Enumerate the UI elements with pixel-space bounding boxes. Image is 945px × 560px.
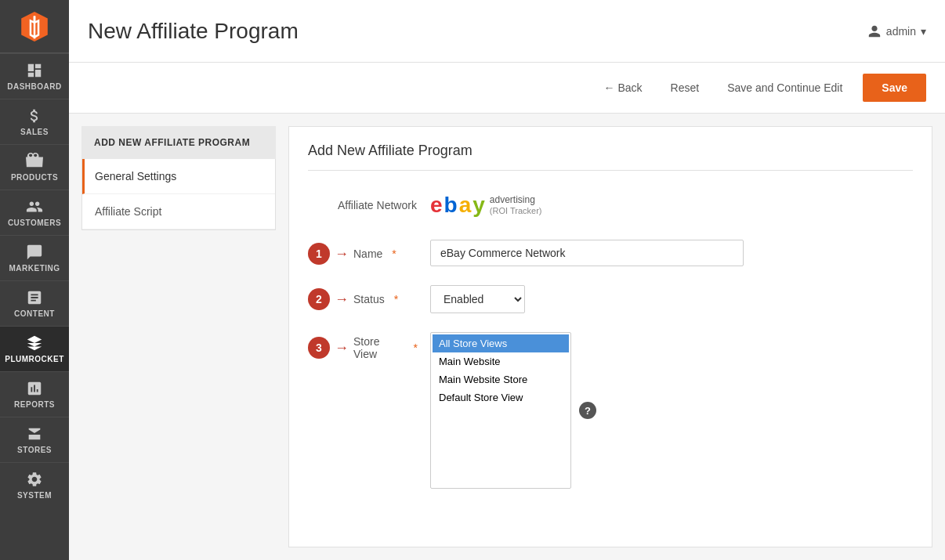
step-1-arrow: → — [335, 246, 349, 262]
network-row: Affiliate Network e b a y advertising (R… — [308, 190, 913, 221]
store-view-control: All Store Views Main Website Main Websit… — [430, 332, 913, 489]
status-row: 2 → Status * Enabled Disabled — [308, 285, 913, 313]
store-view-label-group: 3 → Store View * — [308, 332, 418, 360]
panel-nav: General Settings Affiliate Script — [81, 159, 276, 230]
ebay-b: b — [444, 193, 458, 218]
sidebar-item-label: SYSTEM — [17, 491, 52, 500]
name-required: * — [392, 247, 396, 260]
user-menu[interactable]: admin ▾ — [867, 24, 926, 38]
sidebar-item-label: REPORTS — [14, 400, 55, 409]
sidebar-item-label: PLUMROCKET — [5, 355, 64, 363]
store-view-label: Store View — [353, 335, 404, 360]
customers-icon — [26, 198, 43, 215]
name-input[interactable] — [430, 240, 744, 266]
store-view-select[interactable]: All Store Views Main Website Main Websit… — [430, 332, 571, 489]
section-title: Add New Affiliate Program — [308, 143, 913, 171]
sidebar-item-label: SALES — [20, 128, 49, 136]
name-label-group: 1 → Name * — [308, 240, 418, 265]
status-label-group: 2 → Status * — [308, 285, 418, 310]
back-button[interactable]: ← Back — [596, 77, 650, 99]
reports-icon — [26, 380, 43, 397]
system-icon — [26, 471, 43, 488]
panel-header: ADD NEW AFFILIATE PROGRAM — [81, 126, 276, 159]
sidebar-item-dashboard[interactable]: DASHBOARD — [0, 53, 69, 99]
dashboard-icon — [26, 62, 43, 79]
ebay-e: e — [430, 193, 443, 218]
sidebar-item-label: CONTENT — [14, 309, 55, 318]
sales-icon — [26, 107, 43, 125]
nav-item-general[interactable]: General Settings — [82, 159, 275, 194]
status-label: Status — [353, 293, 385, 305]
user-label: admin — [886, 25, 916, 38]
save-button[interactable]: Save — [863, 74, 926, 102]
sidebar-item-marketing[interactable]: MARKETING — [0, 235, 69, 280]
chevron-down-icon: ▾ — [921, 25, 926, 38]
status-select[interactable]: Enabled Disabled — [430, 285, 525, 313]
content-icon — [26, 289, 43, 306]
step-3-arrow: → — [335, 340, 349, 356]
status-required: * — [394, 293, 398, 305]
ebay-advertising: advertising (ROI Tracker) — [490, 194, 542, 216]
page-title: New Affiliate Program — [88, 19, 299, 44]
magento-logo-icon — [18, 10, 51, 43]
sidebar-logo — [0, 0, 69, 53]
step-2-badge: 2 — [308, 288, 330, 310]
store-view-required: * — [414, 341, 418, 354]
marketing-icon — [26, 244, 43, 261]
back-arrow-icon: ← — [603, 81, 614, 94]
sidebar-item-plumrocket[interactable]: PLUMROCKET — [0, 326, 69, 371]
sidebar: DASHBOARD SALES PRODUCTS CUSTOMERS MARKE… — [0, 0, 69, 560]
action-bar: ← Back Reset Save and Continue Edit Save — [69, 63, 945, 114]
products-icon — [26, 153, 43, 170]
step-3-badge: 3 — [308, 337, 330, 359]
main-content: New Affiliate Program admin ▾ ← Back Res… — [69, 0, 945, 560]
sidebar-item-system[interactable]: SYSTEM — [0, 462, 69, 508]
user-icon — [867, 24, 882, 38]
store-view-row: 3 → Store View * All Store Views Main We… — [308, 332, 913, 489]
content-area: ADD NEW AFFILIATE PROGRAM General Settin… — [69, 114, 945, 560]
ebay-a: a — [459, 193, 472, 218]
save-continue-button[interactable]: Save and Continue Edit — [719, 77, 850, 99]
sidebar-item-sales[interactable]: SALES — [0, 99, 69, 144]
sidebar-item-products[interactable]: PRODUCTS — [0, 144, 69, 190]
ebay-y: y — [472, 193, 485, 218]
network-logo: e b a y advertising (ROI Tracker) — [430, 190, 541, 221]
sidebar-item-label: CUSTOMERS — [8, 219, 61, 227]
network-label: Affiliate Network — [308, 199, 418, 211]
stores-icon — [26, 425, 43, 443]
name-control — [430, 240, 913, 266]
sidebar-item-reports[interactable]: REPORTS — [0, 371, 69, 417]
sidebar-item-label: PRODUCTS — [11, 173, 58, 182]
sidebar-item-label: STORES — [17, 446, 52, 454]
sidebar-item-label: MARKETING — [9, 264, 60, 273]
right-panel: Add New Affiliate Program Affiliate Netw… — [288, 126, 932, 547]
name-label: Name — [353, 247, 382, 260]
reset-button[interactable]: Reset — [663, 77, 708, 99]
page-header: New Affiliate Program admin ▾ — [69, 0, 945, 63]
sidebar-item-customers[interactable]: CUSTOMERS — [0, 190, 69, 235]
plumrocket-icon — [26, 334, 43, 352]
sidebar-item-label: DASHBOARD — [7, 82, 62, 91]
nav-item-script[interactable]: Affiliate Script — [82, 194, 275, 229]
step-1-badge: 1 — [308, 243, 330, 265]
sidebar-item-content[interactable]: CONTENT — [0, 280, 69, 326]
sidebar-item-stores[interactable]: STORES — [0, 417, 69, 462]
status-control: Enabled Disabled — [430, 285, 913, 313]
store-view-help-icon[interactable]: ? — [579, 402, 596, 419]
left-panel: ADD NEW AFFILIATE PROGRAM General Settin… — [81, 126, 276, 547]
name-row: 1 → Name * — [308, 240, 913, 266]
step-2-arrow: → — [335, 291, 349, 308]
